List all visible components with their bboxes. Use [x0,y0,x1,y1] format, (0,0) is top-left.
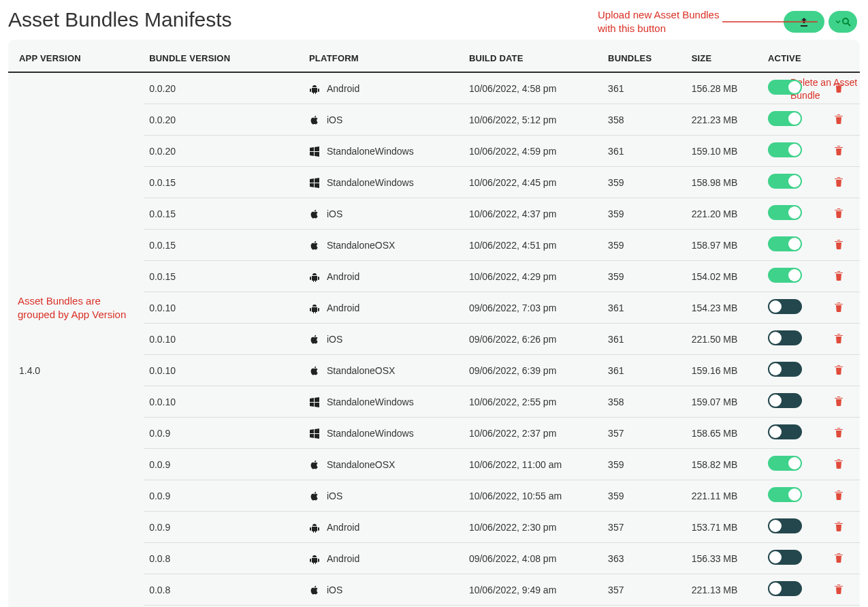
size-cell: 221.11 MB [686,480,762,512]
active-toggle[interactable] [768,487,802,502]
delete-button[interactable] [833,300,844,313]
active-cell [762,574,818,606]
delete-button[interactable] [833,426,844,438]
delete-cell [818,324,860,355]
delete-cell [818,355,860,386]
platform-cell: iOS [304,198,464,230]
build-date-cell: 10/06/2022, 11:00 am [464,449,602,480]
platform-label: iOS [327,114,342,125]
delete-button[interactable] [833,520,844,532]
bundle-version-cell: 0.0.9 [144,512,304,543]
active-toggle[interactable] [768,330,802,345]
platform-cell: StandaloneOSX [304,449,464,480]
delete-button[interactable] [833,457,844,469]
active-toggle[interactable] [768,236,802,251]
bundles-cell: 361 [602,136,686,167]
delete-button[interactable] [833,81,844,93]
active-toggle[interactable] [768,268,802,283]
active-toggle[interactable] [768,518,802,533]
active-toggle[interactable] [768,174,802,189]
apple-icon [309,334,320,345]
bundle-version-cell: 0.0.10 [144,292,304,324]
platform-cell: StandaloneWindows [304,136,464,167]
active-toggle[interactable] [768,456,802,471]
active-toggle[interactable] [768,550,802,565]
bundles-cell: 357 [602,512,686,543]
active-toggle[interactable] [768,205,802,220]
bundles-cell: 359 [602,230,686,261]
active-cell [762,167,818,198]
active-toggle[interactable] [768,80,802,95]
build-date-cell: 10/06/2022, 9:49 am [464,574,602,606]
platform-label: StandaloneOSX [327,240,395,251]
delete-button[interactable] [833,332,844,344]
col-platform: PLATFORM [304,44,464,72]
bundle-version-cell: 0.0.10 [144,355,304,386]
platform-label: iOS [327,334,342,345]
bundle-version-cell: 0.0.20 [144,104,304,136]
active-toggle[interactable] [768,362,802,377]
build-date-cell: 09/06/2022, 6:39 pm [464,355,602,386]
active-cell [762,261,818,292]
active-toggle[interactable] [768,299,802,314]
platform-label: Android [327,522,359,533]
apple-icon [309,459,320,470]
android-icon [309,302,320,313]
size-cell: 158.98 MB [686,167,762,198]
delete-button[interactable] [833,394,844,407]
delete-button[interactable] [833,112,844,125]
col-app-version: APP VERSION [8,44,144,72]
delete-button[interactable] [833,363,844,375]
bundle-version-cell: 0.0.10 [144,386,304,418]
bundle-version-cell: 0.0.15 [144,198,304,230]
size-cell: 153.71 MB [686,512,762,543]
platform-cell: StandaloneOSX [304,230,464,261]
active-toggle[interactable] [768,424,802,439]
upload-icon [799,16,809,27]
platform-label: Android [327,553,359,564]
active-cell [762,136,818,167]
col-build-date: BUILD DATE [464,44,602,72]
size-cell: 221.13 MB [686,574,762,606]
platform-label: Android [327,83,359,94]
delete-cell [818,543,860,574]
platform-cell: Android [304,512,464,543]
delete-button[interactable] [833,488,844,501]
build-date-cell: 10/06/2022, 4:59 pm [464,136,602,167]
apple-icon [309,585,320,595]
windows-icon [309,428,320,439]
upload-button[interactable] [784,11,824,33]
active-toggle[interactable] [768,393,802,408]
active-toggle[interactable] [768,142,802,157]
delete-button[interactable] [833,175,844,187]
platform-cell: iOS [304,574,464,606]
delete-cell [818,104,860,136]
active-cell [762,198,818,230]
bundles-cell: 358 [602,104,686,136]
size-cell: 156.28 MB [686,72,762,104]
search-button[interactable] [829,11,857,33]
active-toggle[interactable] [768,111,802,126]
android-icon [309,553,320,564]
active-toggle[interactable] [768,581,802,596]
delete-cell [818,512,860,543]
page-title: Asset Bundles Manifests [8,8,232,31]
active-cell [762,292,818,324]
windows-icon [309,396,320,407]
delete-button[interactable] [833,582,844,595]
page-header: Asset Bundles Manifests Upload new Asset… [8,8,860,34]
build-date-cell: 10/06/2022, 10:55 am [464,480,602,512]
apple-icon [309,365,320,376]
delete-button[interactable] [833,551,844,563]
size-cell: 221.50 MB [686,324,762,355]
platform-label: iOS [327,491,342,501]
delete-button[interactable] [833,269,844,281]
apple-icon [309,491,320,501]
delete-button[interactable] [833,238,844,250]
delete-button[interactable] [833,144,844,156]
delete-cell [818,167,860,198]
platform-cell: iOS [304,324,464,355]
bundles-cell: 358 [602,386,686,418]
delete-button[interactable] [833,206,844,219]
bundle-version-cell: 0.0.15 [144,261,304,292]
